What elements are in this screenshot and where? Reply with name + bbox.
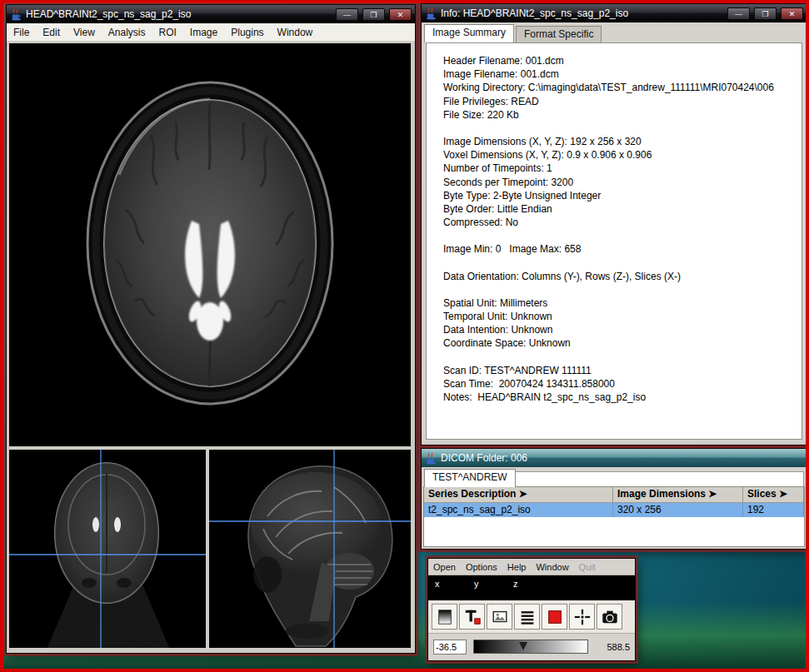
info-line: Image Min: 0 Image Max: 658 [443, 242, 802, 256]
info-line: File Privileges: READ [443, 95, 802, 108]
lut-button[interactable] [432, 604, 457, 630]
camera-snapshot-button[interactable] [597, 604, 622, 630]
cell-slices: 192 [743, 503, 804, 517]
crosshair-button[interactable] [569, 604, 595, 630]
menu-edit[interactable]: Edit [36, 25, 67, 40]
info-line: Seconds per Timepoint: 3200 [443, 176, 802, 189]
info-line: Byte Type: 2-Byte Unsigned Integer [443, 189, 802, 202]
info-line: Coordinate Space: Unknown [443, 336, 802, 350]
picture-icon [491, 608, 509, 626]
info-line: Compressed: No [443, 216, 802, 229]
column-slices[interactable]: Slices ➤ [743, 487, 804, 502]
intensity-slider[interactable] [473, 640, 588, 654]
y-axis-label: y [474, 579, 479, 589]
info-line: Data Orientation: Columns (Y-), Rows (Z-… [443, 270, 802, 283]
info-line: Image Dimensions (X, Y, Z): 192 x 256 x … [443, 135, 802, 148]
info-tab-bar: Image Summary Format Specific [424, 25, 603, 42]
dicom-window-titlebar[interactable]: DICOM Folder: 006 [422, 449, 807, 467]
info-line: Image Filename: 001.dcm [443, 67, 802, 81]
cell-image-dimensions: 320 x 256 [613, 503, 743, 517]
z-axis-label: z [513, 579, 518, 589]
horizontal-lines-icon [518, 608, 537, 626]
series-table: Series Description ➤ Image Dimensions ➤ … [423, 486, 805, 547]
crosshair-icon [573, 608, 592, 626]
tab-test-andrew[interactable]: TEST^ANDREW [424, 469, 516, 487]
menu-options[interactable]: Options [461, 560, 502, 574]
dicom-folder-window: DICOM Folder: 006 TEST^ANDREW Series Des… [421, 448, 807, 550]
intensity-range-row: 588.5 [428, 634, 635, 660]
coronal-mri-image [9, 450, 206, 648]
menu-quit[interactable]: Quit [574, 560, 601, 574]
image-capture-button[interactable] [487, 604, 512, 630]
dicom-window-title: DICOM Folder: 006 [441, 452, 803, 464]
close-button[interactable]: ✕ [781, 7, 803, 20]
position-readout: x y z [428, 575, 635, 600]
menu-plugins[interactable]: Plugins [224, 25, 270, 40]
column-series-description[interactable]: Series Description ➤ [424, 487, 613, 502]
paint-color-button[interactable] [542, 604, 567, 630]
tab-filler [502, 471, 804, 487]
info-window-titlebar[interactable]: Info: HEAD^BRAINt2_spc_ns_sag_p2_iso — ❐… [422, 4, 807, 22]
intensity-max-label: 588.5 [595, 642, 630, 652]
info-line: Byte Order: Little Endian [443, 202, 802, 216]
menu-analysis[interactable]: Analysis [102, 25, 152, 40]
info-line: Spatial Unit: Millimeters [443, 296, 802, 310]
minimize-button[interactable]: — [336, 8, 358, 21]
java-icon [10, 8, 22, 21]
info-line: Data Intention: Unknown [443, 323, 802, 336]
axial-viewport[interactable] [9, 43, 411, 446]
info-line [443, 229, 802, 242]
info-line: Number of Timepoints: 1 [443, 162, 802, 175]
camera-icon [601, 608, 619, 626]
menu-window[interactable]: Window [531, 560, 573, 574]
maximize-button[interactable]: ❐ [362, 8, 385, 21]
menu-view[interactable]: View [67, 25, 102, 40]
info-line: Scan ID: TEST^ANDREW 111111 [443, 364, 802, 377]
image-window-title: HEAD^BRAINt2_spc_ns_sag_p2_iso [26, 8, 332, 20]
info-line [443, 122, 802, 135]
tab-format-specific[interactable]: Format Specific [516, 26, 602, 42]
info-line [443, 351, 802, 364]
toolbar-window: Open Options Help Window Quit x y z [427, 558, 636, 661]
menu-window[interactable]: Window [271, 25, 320, 40]
image-window-titlebar[interactable]: HEAD^BRAINt2_spc_ns_sag_p2_iso — ❐ ✕ [7, 5, 415, 23]
red-swatch-icon [546, 608, 564, 626]
sagittal-mri-image [209, 450, 411, 648]
intensity-min-field[interactable] [433, 640, 467, 655]
image-summary-panel: Header Filename: 001.dcm Image Filename:… [426, 42, 802, 440]
minimize-button[interactable]: — [727, 7, 750, 20]
desktop: HEAD^BRAINt2_spc_ns_sag_p2_iso — ❐ ✕ Fil… [0, 0, 809, 672]
menu-open[interactable]: Open [428, 560, 461, 574]
image-window-menubar: File Edit View Analysis ROI Image Plugin… [7, 23, 415, 42]
menu-file[interactable]: File [7, 25, 36, 40]
coronal-viewport[interactable] [9, 450, 206, 648]
text-annotation-button[interactable] [459, 604, 485, 630]
toolbar-menubar: Open Options Help Window Quit [428, 559, 635, 575]
info-line: Scan Time: 20070424 134311.858000 [443, 377, 802, 391]
axial-mri-image [9, 43, 411, 446]
cell-series-description: t2_spc_ns_sag_p2_iso [424, 503, 613, 517]
slider-thumb[interactable] [519, 642, 527, 650]
lut-gradient-icon [436, 608, 454, 626]
menu-image[interactable]: Image [183, 25, 224, 40]
info-window: Info: HEAD^BRAINt2_spc_ns_sag_p2_iso — ❐… [421, 3, 807, 446]
info-line [443, 283, 802, 296]
close-button[interactable]: ✕ [389, 8, 412, 21]
info-window-title: Info: HEAD^BRAINt2_spc_ns_sag_p2_iso [441, 7, 723, 19]
info-line: File Size: 220 Kb [443, 108, 802, 122]
column-image-dimensions[interactable]: Image Dimensions ➤ [613, 487, 743, 502]
sagittal-viewport[interactable] [209, 450, 411, 648]
info-line [443, 256, 802, 270]
image-window: HEAD^BRAINt2_spc_ns_sag_p2_iso — ❐ ✕ Fil… [6, 4, 416, 654]
tab-image-summary[interactable]: Image Summary [424, 24, 514, 42]
menu-roi[interactable]: ROI [152, 25, 183, 40]
info-line: Voxel Dimensions (X, Y, Z): 0.9 x 0.906 … [443, 148, 802, 162]
text-icon [463, 608, 482, 626]
dicom-tab-bar: TEST^ANDREW [424, 470, 517, 487]
menu-lines-button[interactable] [514, 604, 540, 630]
menu-help[interactable]: Help [502, 560, 532, 574]
info-line: Working Directory: C:\imaging\data\TEST_… [443, 81, 802, 94]
maximize-button[interactable]: ❐ [754, 7, 777, 20]
series-row-selected[interactable]: t2_spc_ns_sag_p2_iso 320 x 256 192 [424, 503, 804, 517]
series-table-header: Series Description ➤ Image Dimensions ➤ … [424, 487, 804, 503]
